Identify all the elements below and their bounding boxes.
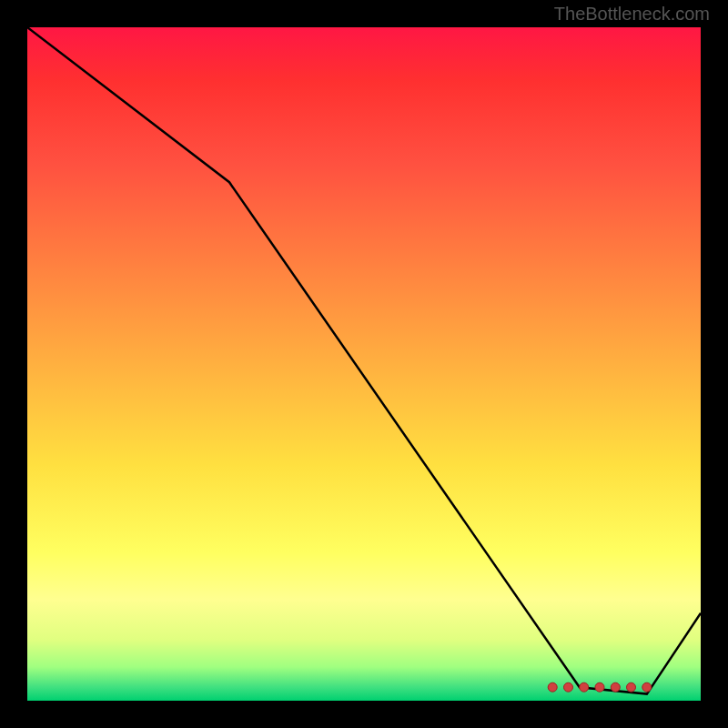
marker-group [548, 682, 652, 692]
data-marker [611, 682, 620, 692]
data-marker [595, 682, 604, 692]
data-marker [548, 682, 557, 692]
chart-svg [27, 27, 701, 701]
data-marker [564, 682, 573, 692]
data-line [27, 27, 701, 694]
chart-plot-area [27, 27, 701, 701]
watermark-text: TheBottleneck.com [554, 4, 710, 25]
data-marker [580, 682, 589, 692]
data-marker [642, 682, 652, 692]
data-marker [627, 682, 636, 692]
